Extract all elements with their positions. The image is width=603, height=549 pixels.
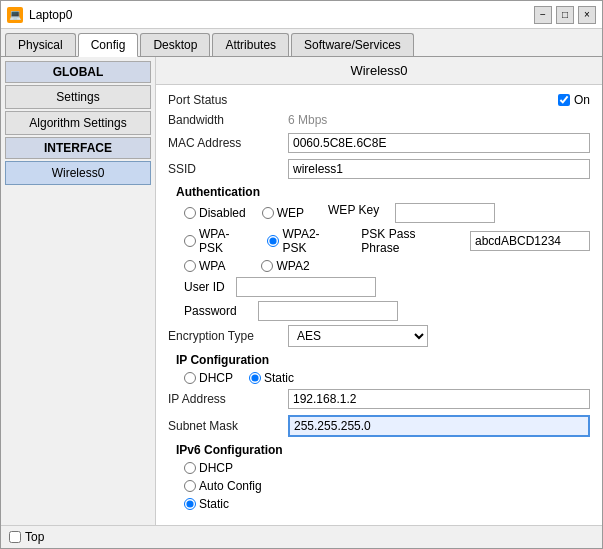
subnet-input[interactable]: [288, 415, 590, 437]
auth-wpa2-radio[interactable]: [261, 260, 273, 272]
mac-input[interactable]: [288, 133, 590, 153]
auth-wpa-psk-item[interactable]: WPA-PSK: [184, 227, 251, 255]
ssid-label: SSID: [168, 162, 288, 176]
user-id-label: User ID: [184, 280, 225, 294]
bandwidth-label: Bandwidth: [168, 113, 288, 127]
password-input[interactable]: [258, 301, 398, 321]
tab-physical[interactable]: Physical: [5, 33, 76, 56]
maximize-button[interactable]: □: [556, 6, 574, 24]
ipv6-static-radio[interactable]: [184, 498, 196, 510]
top-checkbox-label[interactable]: Top: [9, 530, 44, 544]
title-bar-left: 💻 Laptop0: [7, 7, 72, 23]
ipv6-dhcp-label: DHCP: [199, 461, 233, 475]
ip-config-section: IP Configuration DHCP Static IP Address: [168, 353, 590, 437]
auth-disabled-label: Disabled: [199, 206, 246, 220]
sidebar-algorithm[interactable]: Algorithm Settings: [5, 111, 151, 135]
encryption-label: Encryption Type: [168, 329, 288, 343]
user-id-input[interactable]: [236, 277, 376, 297]
auth-disabled-radio[interactable]: [184, 207, 196, 219]
main-window: 💻 Laptop0 − □ × Physical Config Desktop …: [0, 0, 603, 549]
auth-wpa2-item[interactable]: WPA2: [261, 259, 309, 273]
tab-config[interactable]: Config: [78, 33, 139, 57]
ip-dhcp-radio[interactable]: [184, 372, 196, 384]
auth-row3: WPA WPA2: [168, 259, 590, 273]
ipv6-auto-row: Auto Config: [168, 479, 590, 493]
sidebar-global[interactable]: GLOBAL: [5, 61, 151, 83]
password-row: Password: [168, 301, 590, 321]
ssid-row: SSID: [168, 159, 590, 179]
main-panel: Wireless0 Port Status On Bandwidth 6 Mbp…: [156, 57, 602, 525]
subnet-label: Subnet Mask: [168, 419, 288, 433]
tab-bar: Physical Config Desktop Attributes Softw…: [1, 29, 602, 57]
top-checkbox[interactable]: [9, 531, 21, 543]
auth-wpa-psk-label: WPA-PSK: [199, 227, 251, 255]
ipv6-dhcp-item[interactable]: DHCP: [184, 461, 233, 475]
encryption-select[interactable]: AES: [288, 325, 428, 347]
top-label: Top: [25, 530, 44, 544]
content-area: GLOBAL Settings Algorithm Settings INTER…: [1, 57, 602, 525]
password-label: Password: [184, 304, 237, 318]
ipv6-static-item[interactable]: Static: [184, 497, 590, 511]
ip-static-radio[interactable]: [249, 372, 261, 384]
auth-wpa-radio[interactable]: [184, 260, 196, 272]
pass-phrase-label: PSK Pass Phrase: [361, 227, 454, 255]
ipv6-static-label: Static: [199, 497, 229, 511]
app-icon: 💻: [7, 7, 23, 23]
auth-row1: Disabled WEP WEP Key: [168, 203, 590, 223]
ip-address-row: IP Address: [168, 389, 590, 409]
ipv6-static-row: Static: [168, 497, 590, 511]
ipv6-radio-row1: DHCP: [168, 461, 590, 475]
window-title: Laptop0: [29, 8, 72, 22]
ssid-input[interactable]: [288, 159, 590, 179]
auth-wpa-psk-radio[interactable]: [184, 235, 196, 247]
bandwidth-row: Bandwidth 6 Mbps: [168, 113, 590, 127]
panel-title: Wireless0: [156, 57, 602, 85]
ipv6-section: IPv6 Configuration DHCP Auto Config: [168, 443, 590, 511]
close-button[interactable]: ×: [578, 6, 596, 24]
auth-row2: WPA-PSK WPA2-PSK PSK Pass Phrase: [168, 227, 590, 255]
auth-wpa2-psk-radio[interactable]: [267, 235, 279, 247]
ip-address-input[interactable]: [288, 389, 590, 409]
minimize-button[interactable]: −: [534, 6, 552, 24]
auth-section: Authentication Disabled WEP WEP Key: [168, 185, 590, 321]
port-status-row: Port Status On: [168, 93, 590, 107]
auth-wpa2-psk-item[interactable]: WPA2-PSK: [267, 227, 341, 255]
ipv6-dhcp-radio[interactable]: [184, 462, 196, 474]
sidebar: GLOBAL Settings Algorithm Settings INTER…: [1, 57, 156, 525]
port-status-checkbox[interactable]: [558, 94, 570, 106]
ipv6-auto-label: Auto Config: [199, 479, 262, 493]
title-bar: 💻 Laptop0 − □ ×: [1, 1, 602, 29]
tab-desktop[interactable]: Desktop: [140, 33, 210, 56]
port-status-label: Port Status: [168, 93, 288, 107]
ip-radio-row: DHCP Static: [168, 371, 590, 385]
ip-dhcp-item[interactable]: DHCP: [184, 371, 233, 385]
ip-static-label: Static: [264, 371, 294, 385]
wep-key-input[interactable]: [395, 203, 495, 223]
sidebar-settings[interactable]: Settings: [5, 85, 151, 109]
sidebar-interface[interactable]: INTERFACE: [5, 137, 151, 159]
auth-wep-item[interactable]: WEP: [262, 203, 304, 223]
port-status-checkbox-area: On: [558, 93, 590, 107]
port-status-on-label: On: [574, 93, 590, 107]
panel-body: Port Status On Bandwidth 6 Mbps MAC Addr…: [156, 85, 602, 525]
wep-key-label: WEP Key: [328, 203, 379, 223]
ipv6-auto-radio[interactable]: [184, 480, 196, 492]
ip-static-item[interactable]: Static: [249, 371, 294, 385]
ip-dhcp-label: DHCP: [199, 371, 233, 385]
tab-attributes[interactable]: Attributes: [212, 33, 289, 56]
bottom-bar: Top: [1, 525, 602, 548]
pass-phrase-input[interactable]: [470, 231, 590, 251]
ipv6-label: IPv6 Configuration: [168, 443, 590, 457]
ipv6-auto-item[interactable]: Auto Config: [184, 479, 590, 493]
auth-wpa-item[interactable]: WPA: [184, 259, 225, 273]
ip-config-label: IP Configuration: [168, 353, 590, 367]
mac-address-row: MAC Address: [168, 133, 590, 153]
auth-wep-label: WEP: [277, 206, 304, 220]
auth-disabled-item[interactable]: Disabled: [184, 203, 246, 223]
tab-software-services[interactable]: Software/Services: [291, 33, 414, 56]
mac-label: MAC Address: [168, 136, 288, 150]
auth-wep-radio[interactable]: [262, 207, 274, 219]
ip-address-label: IP Address: [168, 392, 288, 406]
sidebar-wireless[interactable]: Wireless0: [5, 161, 151, 185]
auth-wpa-label: WPA: [199, 259, 225, 273]
